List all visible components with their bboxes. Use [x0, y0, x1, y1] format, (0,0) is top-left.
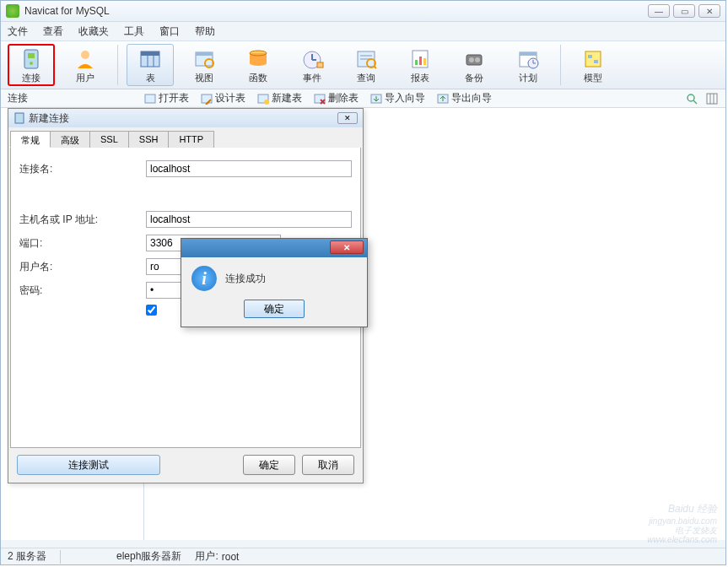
svg-point-2 [30, 62, 33, 65]
action-export-wizard[interactable]: 导出向导 [437, 91, 492, 105]
input-host[interactable] [146, 211, 352, 228]
label-conn-name: 连接名: [19, 162, 146, 176]
toolbar-view[interactable]: 视图 [181, 44, 228, 86]
toolbar-user[interactable]: 用户 [62, 44, 109, 86]
toolbar-view-label: 视图 [195, 72, 213, 84]
status-user: root [222, 551, 240, 563]
menu-favorites[interactable]: 收藏夹 [78, 24, 109, 39]
event-icon [300, 48, 324, 70]
report-icon [408, 48, 432, 70]
toolbar-event[interactable]: 事件 [289, 44, 336, 86]
svg-rect-5 [141, 51, 159, 56]
action-delete-table[interactable]: 删除表 [314, 91, 359, 105]
svg-rect-25 [423, 58, 426, 65]
toolbar-model[interactable]: 模型 [569, 44, 617, 86]
label-user: 用户名: [19, 260, 146, 274]
grid-icon[interactable] [705, 92, 719, 105]
app-icon [6, 4, 19, 18]
info-icon: i [191, 266, 217, 291]
tab-advanced[interactable]: 高级 [50, 131, 90, 148]
status-current-server: eleph服务器新 [116, 549, 181, 564]
svg-rect-38 [202, 94, 212, 103]
toolbar-query-label: 查询 [357, 72, 375, 84]
status-servers: 2 服务器 [8, 549, 46, 564]
svg-rect-30 [520, 52, 537, 56]
menu-window[interactable]: 窗口 [159, 24, 180, 39]
svg-rect-1 [28, 53, 35, 58]
svg-rect-37 [145, 94, 155, 103]
maximize-button[interactable]: ▭ [673, 4, 695, 18]
menu-view[interactable]: 查看 [43, 24, 63, 39]
action-new-table[interactable]: 新建表 [257, 91, 302, 105]
connect-icon [19, 48, 43, 70]
action-import-wizard[interactable]: 导入向导 [370, 91, 425, 105]
menu-tools[interactable]: 工具 [124, 24, 144, 39]
checkbox-save-password[interactable] [146, 305, 157, 316]
menu-help[interactable]: 帮助 [195, 24, 215, 39]
import-icon [370, 93, 382, 105]
user-icon [73, 48, 97, 70]
open-table-icon [144, 93, 156, 105]
toolbar-report[interactable]: 报表 [396, 44, 444, 86]
dialog-close-button[interactable]: ✕ [337, 112, 358, 124]
statusbar: 2 服务器 eleph服务器新 用户: root [1, 548, 725, 564]
toolbar-backup[interactable]: 备份 [450, 44, 498, 86]
svg-rect-34 [585, 51, 601, 67]
app-title: Navicat for MySQL [24, 5, 648, 17]
toolbar-schedule[interactable]: 计划 [504, 44, 552, 86]
secondary-label: 连接 [8, 91, 134, 105]
msgbox-close-button[interactable]: ✕ [330, 240, 364, 254]
view-icon [192, 48, 216, 70]
menu-file[interactable]: 文件 [8, 24, 28, 39]
toolbar-event-label: 事件 [303, 72, 321, 84]
label-port: 端口: [19, 236, 146, 251]
secondary-toolbar: 连接 打开表 设计表 新建表 删除表 导入向导 [1, 89, 725, 108]
svg-point-27 [469, 57, 474, 62]
dialog-cancel-button[interactable]: 取消 [302, 455, 354, 475]
svg-point-41 [264, 100, 269, 105]
tab-http[interactable]: HTTP [168, 131, 214, 148]
tab-general[interactable]: 常规 [10, 131, 51, 148]
table-icon [138, 48, 162, 70]
toolbar-function[interactable]: 函数 [235, 44, 282, 86]
svg-rect-36 [594, 60, 598, 63]
toolbar-schedule-label: 计划 [519, 72, 537, 84]
toolbar-user-label: 用户 [76, 72, 94, 84]
toolbar-table[interactable]: 表 [127, 44, 174, 86]
main-toolbar: 连接 用户 表 视图 函数 事件 [1, 40, 725, 89]
toolbar-backup-label: 备份 [465, 72, 483, 84]
minimize-button[interactable]: — [648, 4, 670, 18]
new-table-icon [257, 93, 269, 105]
search-icon[interactable] [685, 92, 698, 105]
toolbar-table-label: 表 [146, 72, 155, 84]
function-icon [246, 48, 270, 70]
toolbar-model-label: 模型 [584, 72, 602, 84]
svg-line-21 [374, 66, 376, 68]
backup-icon [462, 48, 486, 70]
dialog-title: 新建连接 [29, 111, 337, 126]
schedule-icon [516, 48, 540, 70]
menubar: 文件 查看 收藏夹 工具 窗口 帮助 [1, 22, 725, 40]
toolbar-query[interactable]: 查询 [342, 44, 390, 86]
label-password: 密码: [19, 284, 146, 298]
close-button[interactable]: ✕ [698, 4, 720, 18]
svg-rect-23 [415, 60, 418, 65]
toolbar-report-label: 报表 [411, 72, 429, 84]
export-icon [437, 93, 449, 105]
model-icon [581, 48, 605, 70]
tab-ssh[interactable]: SSH [128, 131, 170, 148]
test-connection-button[interactable]: 连接测试 [17, 455, 160, 475]
action-open-table[interactable]: 打开表 [144, 91, 189, 105]
dialog-ok-button[interactable]: 确定 [243, 455, 295, 475]
svg-rect-35 [588, 55, 592, 58]
toolbar-connect[interactable]: 连接 [8, 44, 55, 86]
design-table-icon [201, 93, 213, 105]
action-design-table[interactable]: 设计表 [201, 91, 245, 105]
tab-ssl[interactable]: SSL [89, 131, 129, 148]
status-user-label: 用户: [195, 549, 218, 564]
titlebar: Navicat for MySQL — ▭ ✕ [1, 1, 725, 22]
svg-point-3 [81, 51, 89, 59]
svg-point-47 [688, 94, 694, 101]
input-conn-name[interactable] [146, 160, 352, 177]
msgbox-ok-button[interactable]: 确定 [244, 300, 305, 318]
